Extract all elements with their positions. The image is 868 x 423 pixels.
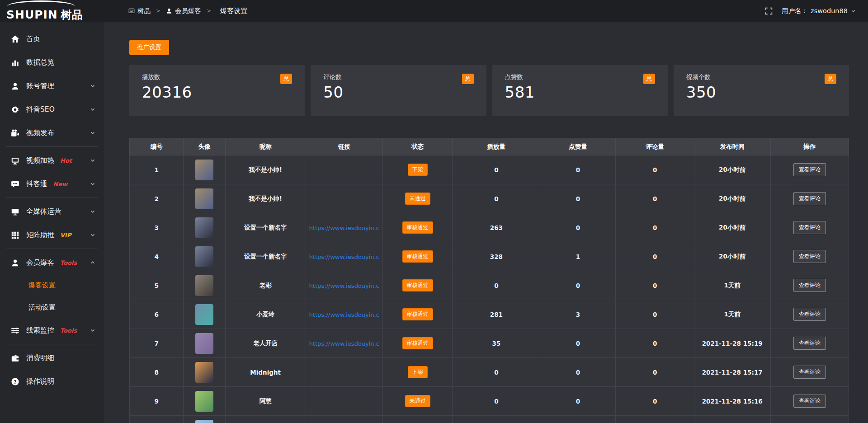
header-right: 用户名：zswodun88 — [765, 7, 868, 15]
logo-arc-decoration — [7, 0, 75, 6]
breadcrumb-separator: > — [156, 8, 160, 14]
sidebar-item-video-publish[interactable]: 视频发布 — [0, 121, 104, 145]
view-comments-button[interactable]: 查看评论 — [793, 337, 826, 350]
fullscreen-icon[interactable] — [765, 7, 773, 15]
sidebar-item-member-baoke[interactable]: 会员爆客Tools — [0, 251, 104, 274]
cell-avatar — [184, 387, 225, 416]
view-comments-button[interactable]: 查看评论 — [793, 221, 826, 234]
item-tag: VIP — [60, 232, 71, 239]
sidebar-item-clue-monitor[interactable]: 线索监控Tools — [0, 319, 104, 342]
sidebar-item-video-heat[interactable]: 视频加热Hot — [0, 149, 104, 172]
column-header: 编号 — [130, 138, 184, 155]
cell-id: 6 — [130, 300, 184, 329]
item-tag: New — [53, 181, 68, 188]
breadcrumb-item-0[interactable]: 树品 — [128, 7, 151, 15]
cell-id: 5 — [130, 271, 184, 300]
cell-nickname — [225, 416, 306, 423]
sidebar-item-label: 抖客通 — [26, 179, 47, 189]
video-link[interactable]: https://www.iesdouyin.c — [309, 254, 379, 260]
cell-link — [306, 358, 382, 387]
help-icon: ? — [11, 377, 19, 386]
table-row: 4设置一个新名字https://www.iesdouyin.c审核通过32810… — [130, 242, 849, 271]
avatar — [195, 275, 213, 296]
brand-logo: SHUPIN 树品 — [0, 0, 104, 22]
sidebar-item-douketong[interactable]: 抖客通New — [0, 172, 104, 196]
cell-id: 1 — [130, 155, 184, 184]
table-row: 8Midnight下架0002021-11-28 15:17查看评论 — [130, 358, 849, 387]
svg-text:?: ? — [14, 379, 17, 385]
cell-action — [770, 416, 849, 423]
chevron-down-icon — [90, 130, 96, 136]
cell-status: 未通过 — [383, 184, 453, 213]
cell-comments: 0 — [616, 387, 694, 416]
cell-link — [306, 155, 382, 184]
breadcrumb-item-1[interactable]: 会员爆客 — [166, 7, 201, 15]
sidebar-subitem-activity-settings[interactable]: 活动设置 — [0, 296, 104, 319]
view-comments-button[interactable]: 查看评论 — [793, 192, 826, 205]
stat-label: 视频个数 — [686, 73, 836, 81]
cell-plays — [453, 416, 540, 423]
cell-comments: 0 — [616, 213, 694, 242]
chat-icon — [11, 180, 19, 188]
member-icon — [11, 258, 19, 267]
sidebar-item-operation-guide[interactable]: ?操作说明 — [0, 370, 104, 393]
user-menu[interactable]: 用户名：zswodun88 — [782, 7, 856, 15]
stat-label: 点赞数 — [505, 73, 655, 81]
avatar — [195, 362, 213, 383]
home-icon — [11, 35, 19, 43]
view-comments-button[interactable]: 查看评论 — [793, 308, 826, 321]
cell-time: 20小时前 — [694, 242, 770, 271]
view-comments-button[interactable]: 查看评论 — [793, 250, 826, 263]
cell-comments: 0 — [616, 358, 694, 387]
sidebar-subitem-baoke-settings[interactable]: 爆客设置 — [0, 274, 104, 296]
cell-id: 7 — [130, 329, 184, 358]
sidebar-item-home[interactable]: 首页 — [0, 27, 104, 51]
logo-text-en: SHUPIN — [6, 8, 58, 22]
chevron-down-icon — [850, 8, 856, 14]
view-comments-button[interactable]: 查看评论 — [793, 279, 826, 292]
total-badge: 总 — [280, 74, 292, 84]
cell-status: 下架 — [383, 155, 453, 184]
column-header: 播放量 — [453, 138, 540, 155]
sidebar-item-matrix-boost[interactable]: 矩阵助推VIP — [0, 223, 104, 247]
stat-card-3: 视频个数350总 — [674, 65, 849, 116]
cell-time: 2021-11-28 15:19 — [694, 329, 770, 358]
sidebar: 首页数据总览账号管理抖音SEO视频发布视频加热Hot抖客通New全媒体运营矩阵助… — [0, 22, 104, 423]
column-header: 点赞量 — [540, 138, 616, 155]
view-comments-button[interactable]: 查看评论 — [793, 163, 826, 176]
cell-status: 审核通过 — [383, 271, 453, 300]
stat-label: 评论数 — [323, 73, 473, 81]
column-header: 评论量 — [616, 138, 694, 155]
view-comments-button[interactable]: 查看评论 — [793, 395, 826, 408]
sidebar-item-label: 账号管理 — [26, 81, 54, 91]
cell-time: 2021-11-28 15:16 — [694, 387, 770, 416]
video-link[interactable]: https://www.iesdouyin.c — [309, 340, 379, 347]
cell-status: 审核通过 — [383, 329, 453, 358]
status-badge: 审核通过 — [402, 279, 433, 291]
cell-id: 9 — [130, 387, 184, 416]
sidebar-item-media-operation[interactable]: 全媒体运营 — [0, 200, 104, 223]
video-link[interactable]: https://www.iesdouyin.c — [309, 282, 379, 289]
video-link[interactable]: https://www.iesdouyin.c — [309, 225, 379, 231]
cell-plays: 281 — [453, 300, 540, 329]
table-header-row: 编号头像昵称链接状态播放量点赞量评论量发布时间操作 — [130, 138, 849, 155]
sidebar-item-consume-detail[interactable]: 消费明细 — [0, 346, 104, 370]
status-badge: 未通过 — [405, 395, 430, 407]
table-row: 5老彬https://www.iesdouyin.c审核通过0001天前查看评论 — [130, 271, 849, 300]
view-comments-button[interactable]: 查看评论 — [793, 366, 826, 379]
chevron-down-icon — [90, 83, 96, 89]
cell-nickname: 我不是小帅! — [225, 184, 306, 213]
sidebar-divider — [6, 249, 98, 249]
sidebar-item-data-overview[interactable]: 数据总览 — [0, 51, 104, 74]
promo-settings-button[interactable]: 推广设置 — [129, 40, 169, 55]
sidebar-item-label: 线索监控 — [26, 326, 54, 335]
breadcrumb-item-2[interactable]: 爆客设置 — [220, 7, 247, 15]
video-link[interactable]: https://www.iesdouyin.c — [309, 311, 379, 318]
cell-status: 审核通过 — [383, 242, 453, 271]
sidebar-item-douyin-seo[interactable]: 抖音SEO — [0, 98, 104, 121]
table-row — [130, 416, 849, 423]
cell-avatar — [184, 271, 225, 300]
cell-plays: 0 — [453, 387, 540, 416]
sidebar-item-account-manage[interactable]: 账号管理 — [0, 74, 104, 98]
cell-id: 8 — [130, 358, 184, 387]
